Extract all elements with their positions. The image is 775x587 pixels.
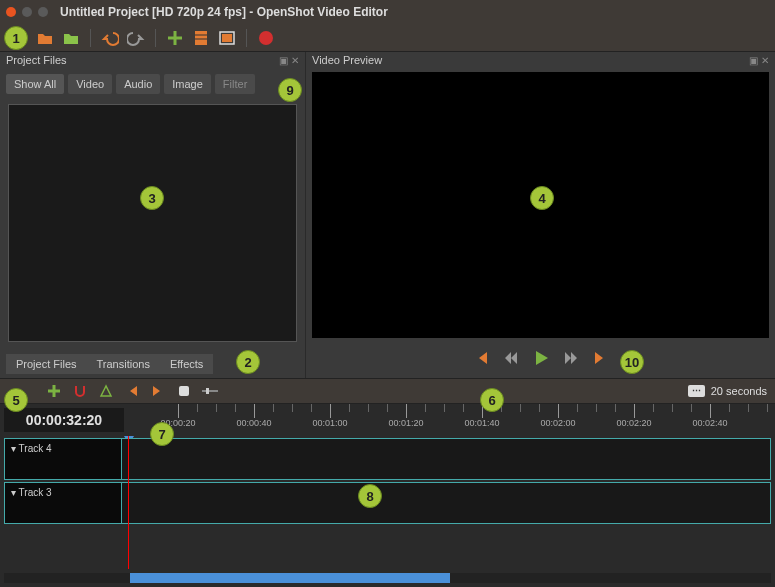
ruler-label: 00:01:00 [312,418,347,428]
content-row: Project Files ▣ ✕ Show All Video Audio I… [0,52,775,378]
center-playhead-icon[interactable] [176,383,192,399]
ruler-label: 00:00:40 [236,418,271,428]
add-track-icon[interactable] [46,383,62,399]
filter-tab-filter[interactable]: Filter [215,74,255,94]
panel-controls[interactable]: ▣ ✕ [279,55,299,66]
timeline-ruler[interactable]: 00:00:2000:00:4000:01:0000:01:2000:01:40… [128,404,775,436]
profile-icon[interactable] [192,29,210,47]
timecode-display[interactable]: 00:00:32:20 [4,408,124,432]
filter-tab-video[interactable]: Video [68,74,112,94]
video-preview-title: Video Preview [312,54,382,66]
svg-rect-2 [195,31,207,45]
callout-2: 2 [236,350,260,374]
filter-tabs: Show All Video Audio Image Filter [0,68,305,100]
zoom-badge-icon: ⋯ [688,385,705,397]
import-files-icon[interactable] [166,29,184,47]
track-row: ▾ Track 4 [4,438,771,480]
open-project-icon[interactable] [36,29,54,47]
filter-tab-show-all[interactable]: Show All [6,74,64,94]
minimize-window-button[interactable] [22,7,32,17]
rewind-icon[interactable] [501,348,521,368]
timecode-row: 00:00:32:20 00:00:2000:00:4000:01:0000:0… [0,404,775,436]
filter-tab-audio[interactable]: Audio [116,74,160,94]
project-files-title: Project Files [6,54,67,66]
export-icon[interactable] [257,29,275,47]
timeline-area: 00:00:32:20 00:00:2000:00:4000:01:0000:0… [0,404,775,587]
track-header[interactable]: ▾ Track 3 [4,482,122,524]
toolbar-separator [155,29,156,47]
svg-rect-6 [222,34,232,42]
callout-10: 10 [620,350,644,374]
snap-icon[interactable] [72,383,88,399]
project-files-header: Project Files ▣ ✕ [0,52,305,68]
save-project-icon[interactable] [62,29,80,47]
razor-icon[interactable] [98,383,114,399]
zoom-indicator: ⋯ 20 seconds [688,385,767,397]
ruler-label: 00:02:00 [540,418,575,428]
close-window-button[interactable] [6,7,16,17]
window-controls [6,7,48,17]
svg-rect-9 [202,390,218,392]
prev-marker-icon[interactable] [124,383,140,399]
maximize-window-button[interactable] [38,7,48,17]
tab-transitions[interactable]: Transitions [87,354,160,374]
ruler-label: 00:01:20 [388,418,423,428]
undo-icon[interactable] [101,29,119,47]
track-body[interactable] [122,438,771,480]
video-preview-panel: Video Preview ▣ ✕ [305,52,775,378]
project-files-panel: Project Files ▣ ✕ Show All Video Audio I… [0,52,305,378]
panel-controls[interactable]: ▣ ✕ [749,55,769,66]
track-row: ▾ Track 3 [4,482,771,524]
redo-icon[interactable] [127,29,145,47]
zoom-slider-icon[interactable] [202,383,218,399]
window-titlebar: Untitled Project [HD 720p 24 fps] - Open… [0,0,775,24]
timeline-scrollbar-thumb[interactable] [130,573,450,583]
video-preview-header: Video Preview ▣ ✕ [306,52,775,68]
svg-rect-8 [179,386,189,396]
project-files-area[interactable] [8,104,297,342]
svg-rect-10 [206,388,209,394]
fast-forward-icon[interactable] [561,348,581,368]
callout-3: 3 [140,186,164,210]
callout-8: 8 [358,484,382,508]
callout-7: 7 [150,422,174,446]
callout-5: 5 [4,388,28,412]
callout-9: 9 [278,78,302,102]
filter-tab-image[interactable]: Image [164,74,211,94]
jump-start-icon[interactable] [471,348,491,368]
tab-project-files[interactable]: Project Files [6,354,87,374]
svg-point-7 [259,31,273,45]
ruler-label: 00:01:40 [464,418,499,428]
main-toolbar [0,24,775,52]
next-marker-icon[interactable] [150,383,166,399]
zoom-value: 20 seconds [711,385,767,397]
jump-end-icon[interactable] [591,348,611,368]
tab-effects[interactable]: Effects [160,354,213,374]
callout-6: 6 [480,388,504,412]
callout-4: 4 [530,186,554,210]
callout-1: 1 [4,26,28,50]
track-header[interactable]: ▾ Track 4 [4,438,122,480]
playhead-line[interactable] [128,436,129,569]
toolbar-separator [246,29,247,47]
ruler-label: 00:02:20 [616,418,651,428]
timeline-scrollbar[interactable] [4,573,771,583]
tracks-container: ▾ Track 4▾ Track 3 [0,436,775,569]
window-title: Untitled Project [HD 720p 24 fps] - Open… [60,5,388,19]
play-icon[interactable] [531,348,551,368]
ruler-label: 00:02:40 [692,418,727,428]
fullscreen-icon[interactable] [218,29,236,47]
track-body[interactable] [122,482,771,524]
playback-controls [306,342,775,378]
toolbar-separator [90,29,91,47]
timeline-toolbar: ⋯ 20 seconds [0,378,775,404]
